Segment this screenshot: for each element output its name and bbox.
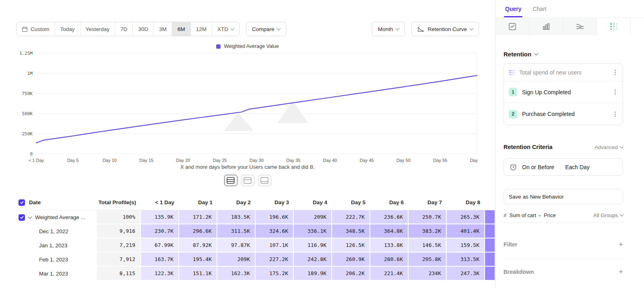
retention-value-cell[interactable]: 247.3K xyxy=(447,267,485,281)
add-breakdown-button[interactable]: + xyxy=(619,268,623,276)
retention-value-cell[interactable]: 250.7K xyxy=(409,210,447,224)
retention-section-header[interactable]: Retention xyxy=(504,51,623,58)
retention-value-cell[interactable]: 260.9K xyxy=(332,253,370,267)
overflow-column-cell xyxy=(485,253,495,267)
row-label-weighted-average[interactable]: Weighted Average ... xyxy=(16,210,97,224)
retention-value-cell[interactable]: 383.2K xyxy=(409,224,447,238)
retention-value-cell[interactable]: 87.92K xyxy=(179,238,217,253)
retention-value-cell[interactable]: 107.1K xyxy=(256,238,294,253)
chart-view-button[interactable]: Retention Curve xyxy=(411,22,479,36)
calendar-icon xyxy=(22,26,28,32)
chart-type-bar[interactable] xyxy=(529,18,563,35)
behavior-step[interactable]: 2Purchase Completed xyxy=(504,103,623,125)
retention-value-cell[interactable]: 209K xyxy=(217,253,256,267)
retention-value-cell[interactable]: 126.5K xyxy=(332,238,370,253)
behavior-card: Total spend of new users 1Sign Up Comple… xyxy=(504,63,623,125)
retention-value-cell[interactable]: 151.1K xyxy=(179,267,217,281)
layout-toggle-header[interactable] xyxy=(241,175,254,186)
expand-chevron-icon[interactable] xyxy=(28,215,32,219)
chevron-down-icon xyxy=(620,144,624,148)
retention-value-cell[interactable]: 295.8K xyxy=(409,253,447,267)
retention-value-cell[interactable]: 209K xyxy=(294,210,332,224)
retention-value-cell[interactable]: 280.6K xyxy=(370,253,409,267)
measurement-event[interactable]: Sum of cart xyxy=(510,212,536,218)
retention-value-cell[interactable]: 227.2K xyxy=(256,253,294,267)
retention-value-cell[interactable]: 364.8K xyxy=(370,224,409,238)
retention-value-cell[interactable]: 265.3K xyxy=(447,210,485,224)
behavior-card-header[interactable]: Total spend of new users xyxy=(504,64,623,81)
range-custom[interactable]: Custom xyxy=(17,22,55,36)
retention-value-cell[interactable]: 175.2K xyxy=(256,267,294,281)
retention-value-cell[interactable]: 195.4K xyxy=(179,253,217,267)
retention-value-cell[interactable]: 401.4K xyxy=(447,224,485,238)
retention-value-cell[interactable]: 296.6K xyxy=(179,224,217,238)
retention-value-cell[interactable]: 234K xyxy=(409,267,447,281)
overflow-column-cell xyxy=(485,238,495,253)
retention-value-cell[interactable]: 206.2K xyxy=(332,267,370,281)
retention-value-cell[interactable]: 236.6K xyxy=(370,210,409,224)
range-30d[interactable]: 30D xyxy=(133,22,154,36)
range-today[interactable]: Today xyxy=(55,22,80,36)
retention-value-cell[interactable]: 163.7K xyxy=(141,253,179,267)
timing-unit-dropdown[interactable]: Each Day xyxy=(565,164,590,170)
row-label-date[interactable]: Jan 1, 2023 xyxy=(16,238,97,253)
retention-value-cell[interactable]: 171.2K xyxy=(179,210,217,224)
retention-value-cell[interactable]: 222.7K xyxy=(332,210,370,224)
advanced-dropdown[interactable]: Advanced xyxy=(594,144,623,150)
retention-value-cell[interactable]: 336.1K xyxy=(294,224,332,238)
row-label-date[interactable]: Dec 1, 2022 xyxy=(16,224,97,238)
kebab-menu-icon[interactable] xyxy=(615,114,616,115)
kebab-menu-icon[interactable] xyxy=(615,91,616,93)
range-7d[interactable]: 7D xyxy=(115,22,133,36)
row-label-date[interactable]: Feb 1, 2023 xyxy=(16,253,97,267)
timing-mode-dropdown[interactable]: On or Before xyxy=(522,164,554,170)
chart-type-flow[interactable] xyxy=(563,18,597,35)
legend-label: Weighted Average Value xyxy=(224,44,279,49)
retention-value-cell[interactable]: 242.8K xyxy=(294,253,332,267)
retention-value-cell[interactable]: 221.4K xyxy=(370,267,409,281)
range-6m[interactable]: 6M xyxy=(172,22,191,36)
tab-query[interactable]: Query xyxy=(505,6,521,17)
chart-type-insights[interactable] xyxy=(495,18,529,35)
retention-value-cell[interactable]: 348.5K xyxy=(332,224,370,238)
retention-value-cell[interactable]: 122.3K xyxy=(141,267,179,281)
retention-value-cell[interactable]: 162.3K xyxy=(217,267,256,281)
retention-value-cell[interactable]: 146.5K xyxy=(409,238,447,253)
retention-value-cell[interactable]: 196.6K xyxy=(256,210,294,224)
row-label-date[interactable]: Mar 1, 2023 xyxy=(16,267,97,281)
kebab-menu-icon[interactable] xyxy=(615,72,616,73)
retention-value-cell[interactable]: 311.5K xyxy=(217,224,256,238)
chart-type-retention[interactable] xyxy=(597,18,631,35)
retention-value-cell[interactable]: 183.5K xyxy=(217,210,256,224)
retention-value-cell[interactable]: 116.9K xyxy=(294,238,332,253)
measurement-property[interactable]: Price xyxy=(544,212,556,218)
range-yesterday[interactable]: Yesterday xyxy=(80,22,116,36)
retention-value-cell[interactable]: 230.7K xyxy=(141,224,179,238)
retention-value-cell[interactable]: 67.99K xyxy=(141,238,179,253)
compare-button[interactable]: Compare xyxy=(246,22,287,36)
checkbox[interactable] xyxy=(19,214,25,221)
range-12m[interactable]: 12M xyxy=(191,22,212,36)
behavior-step[interactable]: 1Sign Up Completed xyxy=(504,81,623,103)
range-3m[interactable]: 3M xyxy=(154,22,172,36)
column-header: Day 7 xyxy=(409,195,447,210)
checkbox[interactable] xyxy=(19,199,25,206)
retention-value-cell[interactable]: 313.5K xyxy=(447,253,485,267)
layout-toggle-rows[interactable] xyxy=(224,175,237,186)
layout-toggle-footer[interactable] xyxy=(258,175,271,186)
all-groups-dropdown[interactable]: All Groups xyxy=(593,212,623,218)
retention-value-cell[interactable]: 324.6K xyxy=(256,224,294,238)
retention-chart[interactable]: 0250K500K750K1M1.25M< 1 DayDay 5Day 10Da… xyxy=(16,49,479,164)
range-xtd[interactable]: XTD xyxy=(212,22,239,36)
retention-value-cell[interactable]: 135.9K xyxy=(141,210,179,224)
legend-swatch xyxy=(216,44,221,49)
insights-chart-icon xyxy=(508,23,516,31)
add-filter-button[interactable]: + xyxy=(619,240,623,248)
tab-chart[interactable]: Chart xyxy=(533,6,546,17)
save-as-new-behavior-button[interactable]: Save as New Behavior xyxy=(504,189,623,204)
retention-value-cell[interactable]: 133.8K xyxy=(370,238,409,253)
retention-value-cell[interactable]: 159.5K xyxy=(447,238,485,253)
retention-value-cell[interactable]: 97.87K xyxy=(217,238,256,253)
retention-value-cell[interactable]: 189.9K xyxy=(294,267,332,281)
granularity-button[interactable]: Month xyxy=(372,22,405,36)
